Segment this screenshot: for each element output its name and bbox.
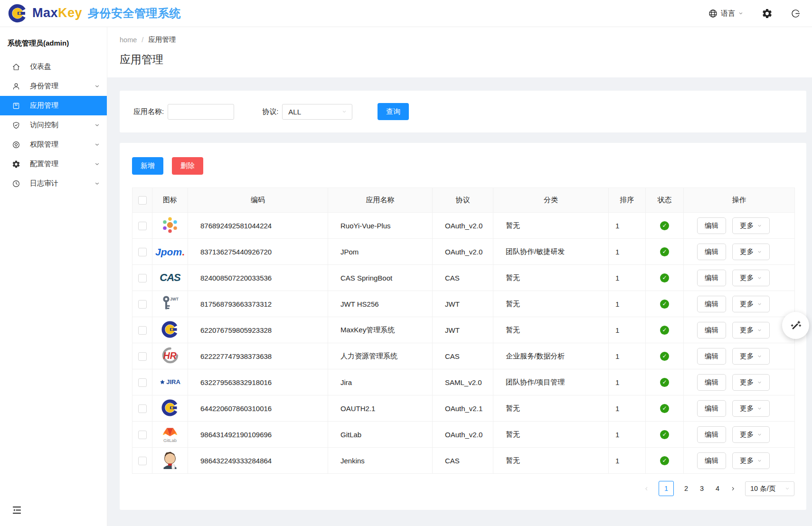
status-enabled-icon: ✓: [660, 326, 669, 335]
more-button[interactable]: 更多: [732, 400, 770, 417]
more-button-label: 更多: [740, 430, 754, 439]
row-checkbox[interactable]: [138, 431, 147, 439]
app-code-cell: 986431492190109696: [188, 422, 328, 448]
row-checkbox[interactable]: [138, 248, 147, 256]
app-name-cell: MaxKey管理系统: [328, 317, 433, 343]
app-name-cell: Jenkins: [328, 448, 433, 474]
page-size-value: 10 条/页: [750, 484, 775, 493]
more-button[interactable]: 更多: [732, 348, 770, 365]
prev-page-icon[interactable]: [643, 486, 650, 492]
row-checkbox[interactable]: [138, 326, 147, 335]
edit-button[interactable]: 编辑: [697, 400, 726, 417]
row-checkbox[interactable]: [138, 222, 147, 230]
app-name-input[interactable]: [168, 104, 234, 120]
chevron-down-icon: [757, 223, 762, 228]
row-checkbox[interactable]: [138, 300, 147, 309]
row-checkbox[interactable]: [138, 352, 147, 361]
search-button[interactable]: 查询: [378, 103, 409, 120]
app-name-cell: JPom: [328, 239, 433, 265]
edit-button[interactable]: 编辑: [697, 452, 726, 469]
page-number-2[interactable]: 2: [683, 485, 689, 492]
sidebar-item-label: 权限管理: [30, 140, 94, 149]
home-icon: [12, 63, 20, 71]
language-switcher[interactable]: 语言: [708, 9, 744, 19]
chevron-down-icon: [341, 109, 347, 114]
edit-button[interactable]: 编辑: [697, 348, 726, 365]
page-number-1[interactable]: 1: [659, 481, 674, 496]
protocol-select[interactable]: ALL: [282, 104, 352, 120]
more-button[interactable]: 更多: [732, 322, 770, 338]
chevron-down-icon: [757, 406, 762, 411]
column-header-status: 状态: [646, 188, 684, 213]
edit-button[interactable]: 编辑: [697, 322, 726, 338]
sidebar-item-user[interactable]: 身份管理: [0, 76, 107, 96]
more-button[interactable]: 更多: [732, 374, 770, 391]
app-sort-cell: 1: [609, 317, 646, 343]
app-protocol-cell: CAS: [433, 343, 493, 369]
edit-button[interactable]: 编辑: [697, 374, 726, 391]
more-button-label: 更多: [740, 300, 754, 309]
sidebar-item-label: 配置管理: [30, 160, 94, 169]
app-logo-icon: GitLab: [162, 426, 178, 443]
row-checkbox[interactable]: [138, 404, 147, 413]
chevron-down-icon: [757, 458, 762, 463]
row-checkbox[interactable]: [138, 457, 147, 465]
select-all-checkbox[interactable]: [138, 196, 147, 205]
filter-panel: 应用名称: 协议: ALL 查询: [120, 91, 806, 132]
table-row: GitLab 986431492190109696 GitLab OAuth_v…: [132, 422, 795, 448]
table-panel: 新增 删除 图标 编码 应用名称 协议 分类 排序: [120, 143, 806, 510]
status-enabled-icon: ✓: [660, 430, 669, 439]
user-icon: [12, 82, 20, 91]
more-button[interactable]: 更多: [732, 452, 770, 469]
floating-assistant-button[interactable]: [782, 312, 809, 339]
brand-name-primary: Max: [32, 6, 58, 20]
more-button[interactable]: 更多: [732, 244, 770, 260]
menu-fold-icon[interactable]: [11, 505, 22, 516]
main-area: home / 应用管理 应用管理 应用名称: 协议: ALL 查询 新增 删除: [107, 27, 812, 526]
sidebar-item-clock[interactable]: 日志审计: [0, 174, 107, 193]
edit-button[interactable]: 编辑: [697, 296, 726, 312]
page-size-select[interactable]: 10 条/页: [745, 481, 794, 496]
logout-button[interactable]: [791, 9, 801, 19]
page-number-3[interactable]: 3: [699, 485, 705, 492]
sidebar-item-safety[interactable]: 访问控制: [0, 115, 107, 135]
app-sort-cell: 1: [609, 291, 646, 317]
row-checkbox[interactable]: [138, 274, 147, 282]
app-protocol-cell: JWT: [433, 291, 493, 317]
edit-button[interactable]: 编辑: [697, 217, 726, 234]
app-protocol-cell: CAS: [433, 448, 493, 474]
app-sort-cell: 1: [609, 448, 646, 474]
sidebar-item-label: 应用管理: [30, 101, 100, 110]
more-button[interactable]: 更多: [732, 217, 770, 234]
sidebar-item-home[interactable]: 仪表盘: [0, 57, 107, 76]
protocol-label: 协议:: [262, 107, 278, 116]
table-row: HR 622227747938373638 人力资源管理系统 CAS 企业服务/…: [132, 343, 795, 369]
more-button-label: 更多: [740, 352, 754, 361]
app-category-cell: 暂无: [493, 317, 609, 343]
breadcrumb-home[interactable]: home: [120, 36, 137, 44]
app-sort-cell: 1: [609, 265, 646, 291]
more-button-label: 更多: [740, 326, 754, 335]
edit-button[interactable]: 编辑: [697, 426, 726, 443]
add-button[interactable]: 新增: [132, 157, 163, 175]
status-enabled-icon: ✓: [660, 404, 669, 413]
edit-button[interactable]: 编辑: [697, 244, 726, 260]
next-page-icon[interactable]: [730, 486, 736, 492]
settings-button[interactable]: [762, 8, 773, 19]
sidebar-item-appstore[interactable]: 应用管理: [0, 96, 107, 115]
chevron-down-icon: [94, 83, 100, 89]
row-checkbox[interactable]: [138, 378, 147, 387]
more-button[interactable]: 更多: [732, 270, 770, 286]
more-button[interactable]: 更多: [732, 296, 770, 312]
delete-button[interactable]: 删除: [172, 157, 203, 175]
app-code-cell: 986432249333284864: [188, 448, 328, 474]
app-protocol-cell: CAS: [433, 265, 493, 291]
sidebar-item-gem[interactable]: 权限管理: [0, 135, 107, 154]
more-button[interactable]: 更多: [732, 426, 770, 443]
app-code-cell: 837136275440926720: [188, 239, 328, 265]
page-number-4[interactable]: 4: [714, 485, 721, 492]
sidebar-item-setting[interactable]: 配置管理: [0, 154, 107, 174]
edit-button[interactable]: 编辑: [697, 270, 726, 286]
app-category-cell: 暂无: [493, 395, 609, 422]
table-row: 986432249333284864 Jenkins CAS 暂无 1 ✓ 编辑…: [132, 448, 795, 474]
